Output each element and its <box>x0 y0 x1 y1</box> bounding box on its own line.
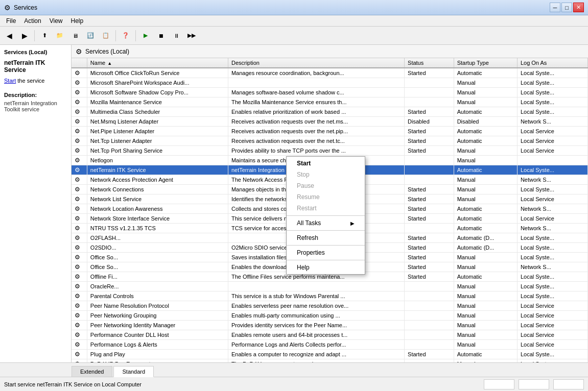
service-name-cell: OracleRe... <box>87 282 228 291</box>
service-name-cell: Mozilla Maintenance Service <box>87 97 228 107</box>
service-desc-cell: Receives activation requests over the ne… <box>228 127 404 136</box>
service-name-cell: O2SDIO... <box>87 243 228 253</box>
col-header-name[interactable]: Name▲ <box>87 58 228 68</box>
context-menu-item-help[interactable]: Help <box>287 262 365 273</box>
table-row[interactable]: ⚙ Net.Tcp Listener Adapter Receives acti… <box>72 136 588 146</box>
col-header-icon[interactable] <box>72 58 87 68</box>
service-desc-cell <box>228 282 404 291</box>
service-status-cell <box>405 301 454 311</box>
start-link[interactable]: Start <box>4 78 16 84</box>
col-header-status[interactable]: Status <box>405 58 454 68</box>
table-row[interactable]: ⚙ Net.Msmq Listener Adapter Receives act… <box>72 117 588 127</box>
back-button[interactable]: ◀ <box>2 29 16 43</box>
service-icon-cell: ⚙ <box>72 301 87 311</box>
header-icon: ⚙ <box>76 47 82 56</box>
table-row[interactable]: ⚙ Microsoft Office ClickToRun Service Ma… <box>72 68 588 78</box>
table-row[interactable]: ⚙ Net.Tcp Port Sharing Service Provides … <box>72 146 588 156</box>
status-section-3 <box>553 379 584 389</box>
table-row[interactable]: ⚙ Performance Counter DLL Host Enables r… <box>72 330 588 340</box>
table-row[interactable]: ⚙ Plug and Play Enables a computer to re… <box>72 350 588 359</box>
table-row[interactable]: ⚙ Performance Logs & Alerts Performance … <box>72 340 588 350</box>
service-icon: ⚙ <box>75 341 80 348</box>
menu-help[interactable]: Help <box>67 16 88 26</box>
service-name-cell: Net.Tcp Port Sharing Service <box>87 146 228 156</box>
service-logon-cell <box>517 156 587 165</box>
context-menu-separator <box>287 245 365 246</box>
service-icon: ⚙ <box>75 137 80 144</box>
service-startup-cell: Automatic <box>454 272 517 282</box>
refresh-button[interactable]: 🔃 <box>83 29 98 43</box>
restart-service-button[interactable]: ▶▶ <box>184 29 199 43</box>
table-row[interactable]: ⚙ Peer Networking Identity Manager Provi… <box>72 321 588 330</box>
table-row[interactable]: ⚙ Microsoft SharePoint Workspace Audi...… <box>72 78 588 88</box>
service-icon-cell: ⚙ <box>72 204 87 214</box>
context-menu-separator <box>287 230 365 231</box>
service-status-cell <box>405 88 454 97</box>
service-name-cell: Microsoft Software Shadow Copy Pro... <box>87 88 228 97</box>
service-icon-cell: ⚙ <box>72 282 87 291</box>
maximize-button[interactable]: □ <box>561 3 572 12</box>
context-menu-item-stop: Stop <box>287 169 365 180</box>
tab-extended[interactable]: Extended <box>72 366 112 377</box>
up-button[interactable]: ⬆ <box>37 29 52 43</box>
help-button[interactable]: ❓ <box>119 29 133 43</box>
service-name-cell: Network List Service <box>87 194 228 204</box>
table-row[interactable]: ⚙ Net.Pipe Listener Adapter Receives act… <box>72 127 588 136</box>
service-icon: ⚙ <box>75 322 80 329</box>
col-header-logon[interactable]: Log On As <box>517 58 587 68</box>
service-icon-cell: ⚙ <box>72 194 87 204</box>
table-row[interactable]: ⚙ PnP-X IP Bus Enumerator The PnP-X bus … <box>72 359 588 363</box>
start-service-button[interactable]: ▶ <box>138 29 153 43</box>
service-startup-cell: Automatic <box>454 127 517 136</box>
service-logon-cell: Local Syste... <box>517 291 587 301</box>
menu-action[interactable]: Action <box>20 16 45 26</box>
context-menu-item-start[interactable]: Start <box>287 158 365 169</box>
service-startup-cell: Automatic <box>454 165 517 175</box>
col-header-desc[interactable]: Description <box>228 58 404 68</box>
table-row[interactable]: ⚙ Parental Controls This service is a st… <box>72 291 588 301</box>
context-menu-item-all-tasks[interactable]: All Tasks▶ <box>287 217 365 229</box>
service-icon-cell: ⚙ <box>72 127 87 136</box>
start-link-suffix: the service <box>16 78 44 84</box>
context-menu-item-properties[interactable]: Properties <box>287 247 365 258</box>
forward-button[interactable]: ▶ <box>17 29 32 43</box>
service-startup-cell: Automatic <box>454 224 517 233</box>
menu-view[interactable]: View <box>45 16 67 26</box>
stop-service-button[interactable]: ⏹ <box>154 29 168 43</box>
service-desc-cell: Performance Logs and Alerts Collects per… <box>228 340 404 350</box>
service-logon-cell: Local Syste... <box>517 233 587 243</box>
service-icon: ⚙ <box>75 108 80 115</box>
service-status-cell: Started <box>405 107 454 117</box>
service-logon-cell: Local Syste... <box>517 78 587 88</box>
service-logon-cell: Local Syste... <box>517 68 587 78</box>
service-icon-cell: ⚙ <box>72 214 87 224</box>
service-startup-cell: Manual <box>454 97 517 107</box>
table-row[interactable]: ⚙ Peer Networking Grouping Enables multi… <box>72 311 588 321</box>
service-startup-cell: Manual <box>454 282 517 291</box>
close-button[interactable]: ✕ <box>573 3 584 12</box>
service-logon-cell: Local Service <box>517 301 587 311</box>
table-row[interactable]: ⚙ Peer Name Resolution Protocol Enables … <box>72 301 588 311</box>
folder-button[interactable]: 📁 <box>53 29 67 43</box>
header-title: Services (Local) <box>85 48 129 55</box>
service-logon-cell: Local Syste... <box>517 165 587 175</box>
col-header-startup[interactable]: Startup Type <box>454 58 517 68</box>
service-status-cell <box>405 330 454 340</box>
service-name-cell: Net.Tcp Listener Adapter <box>87 136 228 146</box>
service-desc-cell: Enables remote users and 64-bit processe… <box>228 330 404 340</box>
context-menu-item-refresh[interactable]: Refresh <box>287 232 365 243</box>
service-startup-cell: Manual <box>454 253 517 262</box>
context-menu-item-resume: Resume <box>287 191 365 203</box>
table-row[interactable]: ⚙ Multimedia Class Scheduler Enables rel… <box>72 107 588 117</box>
menu-file[interactable]: File <box>2 16 20 26</box>
table-row[interactable]: ⚙ Mozilla Maintenance Service The Mozill… <box>72 97 588 107</box>
service-status-cell <box>405 321 454 330</box>
pause-service-button[interactable]: ⏸ <box>169 29 183 43</box>
connect-button[interactable]: 🖥 <box>68 29 82 43</box>
table-row[interactable]: ⚙ Microsoft Software Shadow Copy Pro... … <box>72 88 588 97</box>
table-row[interactable]: ⚙ OracleRe... Manual Local Syste... <box>72 282 588 291</box>
minimize-button[interactable]: ─ <box>550 3 560 12</box>
title-bar-title: Services <box>14 4 37 11</box>
tab-standard[interactable]: Standard <box>113 366 154 377</box>
export-button[interactable]: 📋 <box>99 29 113 43</box>
